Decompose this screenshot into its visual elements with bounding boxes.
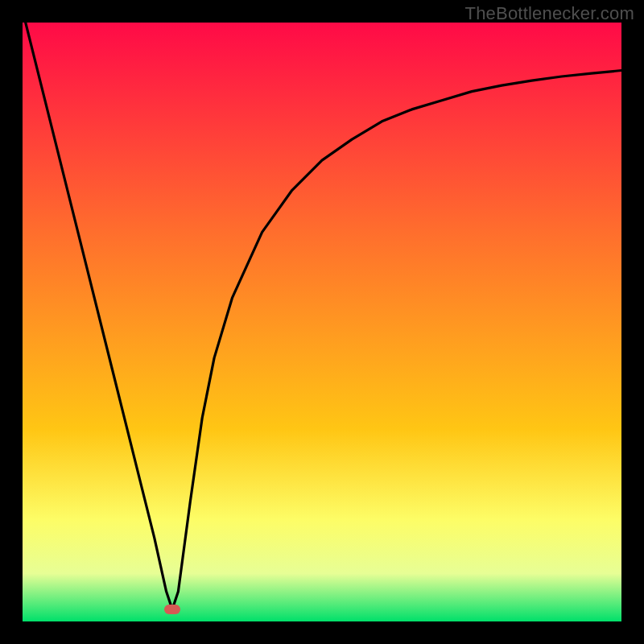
- chart-svg: [23, 23, 621, 621]
- watermark-text: TheBottlenecker.com: [465, 3, 634, 24]
- chart-frame: [23, 23, 621, 621]
- optimal-point-marker: [164, 605, 180, 614]
- gradient-bg: [23, 23, 621, 621]
